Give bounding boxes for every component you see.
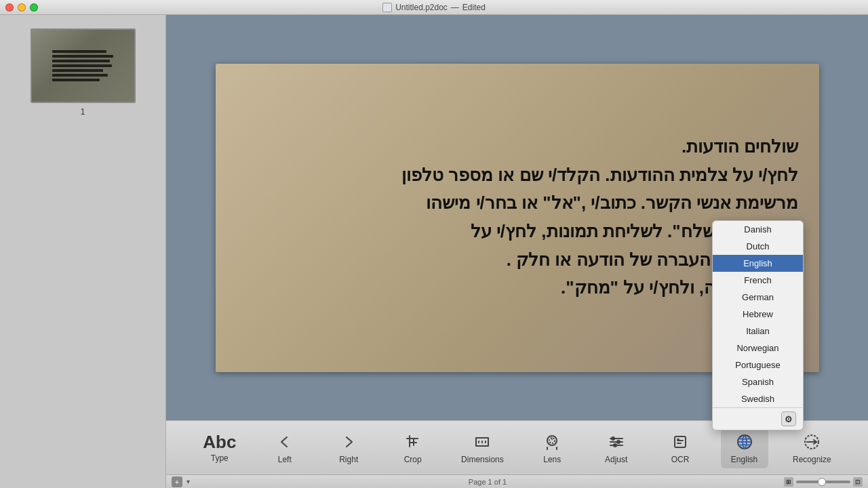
right-label: Right (339, 455, 358, 464)
thumb-line-4 (52, 64, 112, 67)
english-label: English (731, 455, 757, 464)
view-options-icon[interactable]: ⊞ (784, 477, 793, 487)
language-dropdown: DanishDutchEnglishFrenchGermanHebrewItal… (712, 220, 804, 430)
fit-page-icon[interactable]: ⊡ (853, 477, 863, 487)
dropdown-item-spanish[interactable]: Spanish (713, 373, 803, 390)
page-1-thumbnail[interactable] (31, 28, 136, 103)
right-icon (338, 432, 359, 452)
close-button[interactable] (5, 3, 14, 12)
dropdown-item-hebrew[interactable]: Hebrew (713, 306, 803, 323)
dropdown-item-french[interactable]: French (713, 272, 803, 289)
left-icon (275, 432, 295, 452)
toolbar-right[interactable]: Right (325, 428, 372, 468)
status-bar-left: + ▾ (172, 476, 191, 487)
status-bar-right: ⊞ ⊡ (784, 477, 863, 487)
svg-point-4 (614, 444, 616, 447)
thumbnail-inner (32, 30, 134, 102)
ocr-icon (670, 432, 690, 452)
dimensions-label: Dimensions (461, 455, 504, 464)
gear-button[interactable]: ⚙ (781, 411, 796, 426)
crop-icon (403, 432, 423, 452)
type-label: Type (211, 453, 229, 463)
dropdown-settings-row: ⚙ (713, 407, 803, 430)
zoom-slider[interactable] (796, 481, 850, 483)
minimize-button[interactable] (18, 3, 26, 12)
crop-label: Crop (404, 455, 422, 464)
text-line-2: לחץ/י על צלמית ההודעות. הקלד/י שם או מספ… (401, 161, 798, 190)
adjust-label: Adjust (605, 455, 627, 464)
text-line-3: מרשימת אנשי הקשר. כתוב/י ,‫"אל‬" או בחר/… (401, 189, 798, 218)
toolbar-recognize[interactable]: Recognize (785, 428, 840, 468)
left-label: Left (278, 455, 292, 464)
recognize-icon (802, 432, 822, 452)
thumb-line-1 (52, 50, 106, 53)
status-bar: + ▾ Page 1 of 1 ⊞ ⊡ (166, 474, 868, 488)
window-title: Untitled.p2doc — Edited (382, 3, 486, 12)
page-number-label: 1 (81, 107, 85, 117)
dropdown-item-dutch[interactable]: Dutch (713, 238, 803, 255)
dropdown-item-german[interactable]: German (713, 289, 803, 306)
dropdown-item-danish[interactable]: Danish (713, 221, 803, 238)
zoom-thumb (818, 478, 826, 486)
chevron-down-icon[interactable]: ▾ (185, 476, 191, 487)
svg-point-3 (617, 441, 620, 443)
title-text: Untitled.p2doc (395, 3, 448, 12)
thumb-line-2 (52, 55, 113, 58)
lens-icon (542, 432, 562, 452)
dropdown-arrow-border (751, 430, 766, 430)
dropdown-list: DanishDutchEnglishFrenchGermanHebrewItal… (713, 221, 803, 407)
title-separator: — (451, 3, 459, 12)
maximize-button[interactable] (30, 3, 38, 12)
dimensions-icon (472, 432, 492, 452)
toolbar-dimensions[interactable]: Dimensions (453, 428, 512, 468)
globe-icon (734, 432, 755, 452)
ocr-label: OCR (671, 455, 690, 464)
dropdown-item-english[interactable]: English (713, 255, 803, 272)
page-info: Page 1 of 1 (469, 478, 507, 486)
thumbnail-lines (48, 46, 117, 85)
recognize-label: Recognize (793, 455, 831, 464)
toolbar-crop[interactable]: Crop (389, 428, 437, 468)
thumb-line-6 (52, 74, 108, 77)
svg-point-2 (612, 437, 614, 440)
lens-label: Lens (543, 455, 561, 464)
svg-rect-5 (675, 436, 686, 447)
thumb-line-3 (52, 60, 110, 62)
doc-icon (382, 3, 392, 12)
adjust-icon (606, 432, 627, 452)
dropdown-arrow (751, 430, 765, 430)
main-layout: 1 שולחים הודעות. לחץ/י על צלמית ההודעות.… (0, 15, 868, 488)
toolbar-left[interactable]: Left (261, 428, 309, 468)
toolbar-ocr[interactable]: OCR (656, 428, 704, 468)
type-icon: Abc (203, 433, 236, 451)
window-controls (5, 3, 38, 12)
dropdown-item-swedish[interactable]: Swedish (713, 390, 803, 407)
dropdown-item-portuguese[interactable]: Portuguese (713, 357, 803, 373)
title-subtitle: Edited (462, 3, 486, 12)
toolbar-type[interactable]: Abc Type (195, 429, 244, 467)
thumb-line-7 (52, 79, 100, 81)
toolbar-lens[interactable]: Lens (528, 428, 576, 468)
toolbar-adjust[interactable]: Adjust (593, 428, 640, 468)
add-page-button[interactable]: + (172, 476, 182, 487)
dropdown-item-norwegian[interactable]: Norwegian (713, 340, 803, 357)
sidebar: 1 (0, 15, 166, 488)
thumb-line-5 (52, 69, 103, 72)
title-bar: Untitled.p2doc — Edited (0, 0, 868, 15)
dropdown-item-italian[interactable]: Italian (713, 323, 803, 340)
toolbar-english[interactable]: English (721, 428, 768, 468)
content-area: שולחים הודעות. לחץ/י על צלמית ההודעות. ה… (166, 15, 868, 488)
text-line-1: שולחים הודעות. (401, 133, 798, 161)
